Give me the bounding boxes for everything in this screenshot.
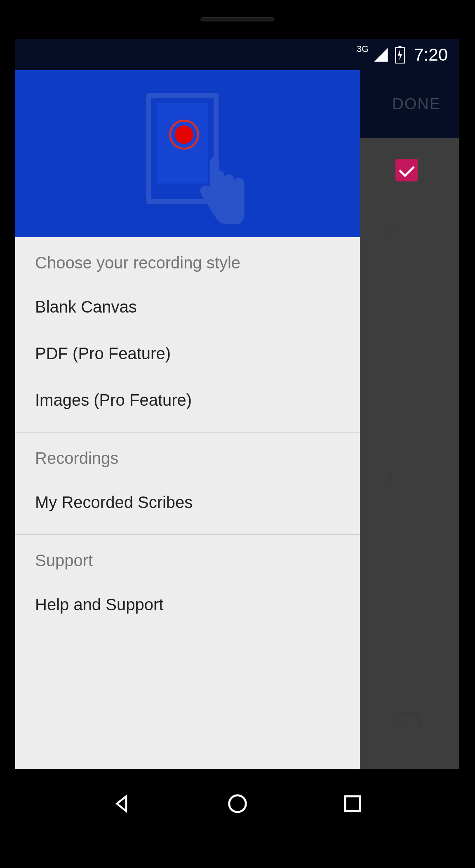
device-frame: DONE g 4 3G 7:20 <box>0 0 475 868</box>
drawer-section-title-support: Support <box>15 535 360 581</box>
hand-icon <box>188 153 247 227</box>
drawer-section-title-recordings: Recordings <box>15 433 360 479</box>
recent-apps-button[interactable] <box>341 793 364 816</box>
svg-rect-3 <box>345 796 360 811</box>
android-nav-bar <box>15 781 459 828</box>
screen: DONE g 4 3G 7:20 <box>15 39 459 769</box>
app-logo-icon <box>146 93 229 214</box>
background-partial-text-2: 4 <box>385 470 394 490</box>
checkbox-checked[interactable] <box>395 159 418 181</box>
drawer-header <box>15 70 360 237</box>
status-bar: 3G 7:20 <box>357 39 459 70</box>
home-button[interactable] <box>226 793 249 816</box>
crop-icon[interactable] <box>399 712 420 730</box>
drawer-item-my-recorded-scribes[interactable]: My Recorded Scribes <box>15 479 360 526</box>
device-speaker <box>200 17 275 21</box>
drawer-item-images[interactable]: Images (Pro Feature) <box>15 377 360 423</box>
svg-rect-1 <box>399 46 402 48</box>
battery-icon <box>393 46 407 64</box>
status-time: 7:20 <box>414 45 448 65</box>
drawer-item-blank-canvas[interactable]: Blank Canvas <box>15 284 360 330</box>
network-3g-label: 3G <box>357 44 369 54</box>
back-button[interactable] <box>111 793 134 816</box>
signal-icon <box>373 47 389 63</box>
drawer-section-title-recording-style: Choose your recording style <box>15 237 360 284</box>
drawer-item-pdf[interactable]: PDF (Pro Feature) <box>15 330 360 377</box>
background-partial-text-1: g <box>385 219 394 239</box>
record-dot-icon <box>169 120 199 150</box>
svg-point-2 <box>229 795 246 812</box>
drawer-item-help-support[interactable]: Help and Support <box>15 581 360 628</box>
navigation-drawer: Choose your recording style Blank Canvas… <box>15 70 360 769</box>
